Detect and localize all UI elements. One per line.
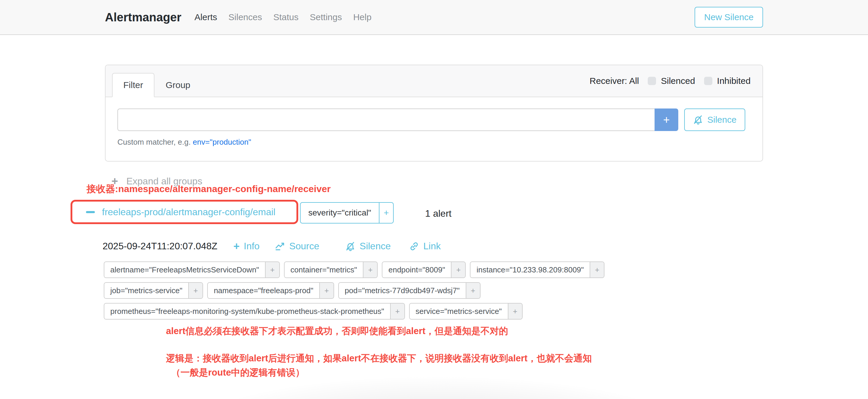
label-tag: endpoint="8009" + <box>382 262 466 278</box>
bell-slash-icon <box>693 115 703 125</box>
label-filter-plus-button[interactable]: + <box>508 304 522 319</box>
app-brand: Alertmanager <box>105 11 181 24</box>
plus-icon: + <box>233 241 240 252</box>
label-text: job="metrics-service" <box>104 283 188 298</box>
silenced-label: Silenced <box>661 76 695 86</box>
annotation-logic-line2: （一般是route中的逻辑有错误） <box>172 366 305 379</box>
label-tag: service="metrics-service" + <box>409 303 523 319</box>
silence-label: Silence <box>360 241 391 252</box>
info-label: Info <box>244 241 259 252</box>
hint-text: Custom matcher, e.g. <box>117 137 191 147</box>
silence-button-label: Silence <box>707 115 736 125</box>
label-tag: prometheus="freeleaps-monitoring-system/… <box>104 303 405 319</box>
label-text: namespace="freeleaps-prod" <box>208 283 319 298</box>
label-filter-plus-button[interactable]: + <box>451 262 465 277</box>
group-key-plus-button[interactable]: + <box>379 202 394 223</box>
matcher-input[interactable] <box>117 109 655 131</box>
link-label: Link <box>423 241 441 252</box>
alert-header: 2025-09-24T11:20:07.048Z + Info Source S… <box>102 241 441 252</box>
silence-button[interactable]: Silence <box>684 109 745 131</box>
filter-panel: Filter Group Receiver: All Silenced Inhi… <box>105 65 763 161</box>
label-text: container="metrics" <box>285 262 363 277</box>
filter-panel-header: Filter Group Receiver: All Silenced Inhi… <box>105 65 763 97</box>
nav-item-status[interactable]: Status <box>273 12 299 22</box>
annotation-receiver-format: 接收器:namespace/altermanager-config-name/r… <box>87 183 331 196</box>
alert-labels: alertname="FreeleapsMetricsServiceDown" … <box>104 262 604 319</box>
alert-link-button[interactable]: Link <box>409 241 441 252</box>
label-text: pod="metrics-77d9cdb497-wdsj7" <box>339 283 466 298</box>
add-matcher-button[interactable]: + <box>655 109 678 131</box>
label-text: instance="10.233.98.209:8009" <box>470 262 590 277</box>
nav-item-settings[interactable]: Settings <box>310 12 342 22</box>
label-filter-plus-button[interactable]: + <box>390 304 404 319</box>
alert-silence-button[interactable]: Silence <box>345 241 391 252</box>
label-filter-plus-button[interactable]: + <box>363 262 377 277</box>
new-silence-button[interactable]: New Silence <box>694 7 763 28</box>
custom-matcher-hint: Custom matcher, e.g. env="production" <box>117 137 751 147</box>
label-filter-plus-button[interactable]: + <box>188 283 203 298</box>
silenced-checkbox[interactable] <box>648 77 656 85</box>
silenced-checkbox-row[interactable]: Silenced <box>648 76 695 86</box>
group-key-label: severity="critical" <box>300 202 379 223</box>
alert-count: 1 alert <box>425 208 452 219</box>
top-navbar: Alertmanager Alerts Silences Status Sett… <box>0 0 868 35</box>
label-filter-plus-button[interactable]: + <box>466 283 480 298</box>
label-tag: container="metrics" + <box>284 262 378 278</box>
alert-info-button[interactable]: + Info <box>233 241 259 252</box>
alert-source-link[interactable]: Source <box>275 241 319 252</box>
label-text: endpoint="8009" <box>382 262 451 277</box>
hint-example-link[interactable]: env="production" <box>193 137 251 147</box>
receiver-selector[interactable]: Receiver: All <box>590 76 639 86</box>
label-text: alertname="FreeleapsMetricsServiceDown" <box>104 262 265 277</box>
inhibited-checkbox[interactable] <box>704 77 712 85</box>
label-text: service="metrics-service" <box>410 304 508 319</box>
label-filter-plus-button[interactable]: + <box>590 262 604 277</box>
label-text: prometheus="freeleaps-monitoring-system/… <box>104 304 390 319</box>
inhibited-label: Inhibited <box>717 76 751 86</box>
nav-item-alerts[interactable]: Alerts <box>194 12 217 22</box>
label-row: alertname="FreeleapsMetricsServiceDown" … <box>104 262 604 278</box>
group-receiver-label: freeleaps-prod/alertmanager-config/email <box>102 207 275 218</box>
minus-icon <box>86 211 95 213</box>
source-label: Source <box>289 241 319 252</box>
group-collapse-button[interactable]: freeleaps-prod/alertmanager-config/email <box>86 207 275 218</box>
nav-item-help[interactable]: Help <box>353 12 371 22</box>
label-tag: namespace="freeleaps-prod" + <box>207 282 334 299</box>
nav-item-silences[interactable]: Silences <box>228 12 262 22</box>
annotation-logic-line1: 逻辑是：接收器收到alert后进行通知，如果alert不在接收器下，说明接收器没… <box>166 352 592 365</box>
label-tag: pod="metrics-77d9cdb497-wdsj7" + <box>338 282 480 299</box>
label-tag: alertname="FreeleapsMetricsServiceDown" … <box>104 262 280 278</box>
link-icon <box>409 241 419 251</box>
label-filter-plus-button[interactable]: + <box>265 262 279 277</box>
annotation-alert-info: alert信息必须在接收器下才表示配置成功，否则即使能看到alert，但是通知是… <box>166 325 508 337</box>
nav-links: Alerts Silences Status Settings Help <box>194 12 371 22</box>
group-key-tag: severity="critical" + <box>300 202 394 223</box>
chart-icon <box>275 241 285 251</box>
bell-slash-icon <box>345 241 355 251</box>
label-row: prometheus="freeleaps-monitoring-system/… <box>104 303 604 319</box>
filter-panel-body: + Silence Custom matcher, e.g. env="prod… <box>105 97 763 161</box>
filter-tabs: Filter Group <box>112 65 202 97</box>
label-tag: instance="10.233.98.209:8009" + <box>470 262 604 278</box>
label-row: job="metrics-service" + namespace="freel… <box>104 282 604 299</box>
label-filter-plus-button[interactable]: + <box>319 283 334 298</box>
inhibited-checkbox-row[interactable]: Inhibited <box>704 76 751 86</box>
bottom-shadow <box>194 377 680 399</box>
alertmanager-app: Alertmanager Alerts Silences Status Sett… <box>0 0 868 399</box>
tab-group[interactable]: Group <box>154 73 202 97</box>
label-tag: job="metrics-service" + <box>104 282 203 299</box>
alert-timestamp: 2025-09-24T11:20:07.048Z <box>102 241 217 252</box>
annotation-highlight-box: freeleaps-prod/alertmanager-config/email <box>70 200 298 224</box>
tab-filter[interactable]: Filter <box>112 73 154 97</box>
